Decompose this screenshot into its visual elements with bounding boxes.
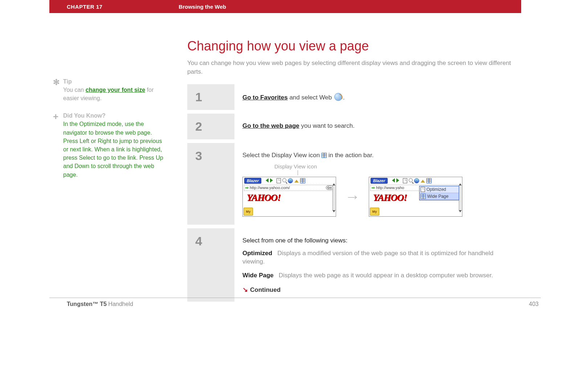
step-number: 1	[187, 84, 234, 110]
menu-item-wide-page: Wide Page	[420, 193, 459, 200]
url-prefix-icon: ⇨	[372, 185, 375, 190]
sidebar: ✻ Tip You can change your font size for …	[53, 38, 166, 305]
go-to-favorites-link[interactable]: Go to Favorites	[242, 94, 288, 101]
dyk-text: In the Optimized mode, use the navigator…	[63, 120, 166, 179]
change-font-size-link[interactable]: change your font size	[86, 87, 145, 93]
go-button: Go	[326, 185, 334, 190]
asterisk-icon: ✻	[53, 78, 63, 102]
callout-line	[298, 170, 298, 175]
chapter-header-bar: CHAPTER 17 Browsing the Web	[49, 0, 521, 13]
screenshot-row: Blazer	[242, 177, 510, 217]
scrollbar-icon	[459, 185, 462, 211]
globe-icon	[414, 178, 419, 183]
step-2: 2 Go to the web page you want to search.	[187, 114, 518, 139]
globe-icon	[288, 178, 293, 183]
step-3: 3 Select the Display View icon in the ac…	[187, 143, 518, 225]
display-view-icon	[322, 153, 327, 158]
screenshot-before: Blazer	[242, 177, 336, 217]
views-intro: Select from one of the following views:	[242, 237, 510, 244]
tip-block: ✻ Tip You can change your font size for …	[53, 78, 166, 102]
arrow-right-icon: →	[345, 188, 360, 205]
yahoo-logo: YAHOO!	[243, 191, 336, 204]
page-icon	[421, 187, 425, 192]
step-1: 1 Go to Favorites and select Web .	[187, 84, 518, 110]
back-icon	[263, 178, 269, 183]
tip-label: Tip	[63, 78, 166, 85]
page-title: Changing how you view a page	[187, 38, 518, 54]
page: CHAPTER 17 Browsing the Web ✻ Tip You ca…	[49, 0, 521, 305]
page-icon	[403, 178, 407, 183]
my-badge: My	[370, 208, 379, 216]
url-bar: ⇨ http://www.yahoo.com/ Go	[244, 185, 335, 191]
go-to-web-page-link[interactable]: Go to the web page	[242, 122, 299, 129]
display-view-icon	[421, 194, 426, 199]
page-number: 403	[529, 301, 539, 307]
display-view-menu: Optimized Wide Page	[419, 186, 459, 200]
step-number: 2	[187, 114, 234, 139]
tip-text: You can change your font size for easier…	[63, 86, 166, 102]
product-name: Tungsten™ T5 Handheld	[67, 301, 133, 307]
dyk-label: Did You Know?	[63, 113, 166, 119]
display-view-icon	[426, 178, 432, 183]
step-4: 4 Select from one of the following views…	[187, 228, 518, 302]
display-view-icon	[300, 178, 305, 183]
back-icon	[390, 178, 395, 183]
view-wide-page: Wide PageDisplays the web page as it wou…	[242, 271, 510, 280]
view-optimized: OptimizedDisplays a modified version of …	[242, 249, 510, 266]
page-icon	[277, 178, 281, 183]
did-you-know-block: + Did You Know? In the Optimized mode, u…	[53, 113, 166, 179]
find-icon	[409, 178, 413, 182]
find-icon	[282, 178, 286, 182]
forward-icon	[270, 178, 275, 183]
scrollbar-icon	[332, 185, 336, 211]
web-globe-icon	[334, 93, 342, 101]
plus-icon: +	[53, 113, 63, 179]
app-name-badge: Blazer	[244, 178, 261, 184]
chapter-title: Browsing the Web	[179, 4, 226, 10]
app-name-badge: Blazer	[371, 178, 388, 184]
url-prefix-icon: ⇨	[245, 185, 249, 190]
main-column: Changing how you view a page You can cha…	[166, 38, 521, 305]
step-number: 4	[187, 228, 234, 302]
url-text: http://www.yahoo.com/	[250, 185, 325, 190]
page-footer: Tungsten™ T5 Handheld 403	[49, 298, 541, 307]
forward-icon	[396, 178, 401, 183]
menu-item-optimized: Optimized	[420, 186, 459, 193]
step-list: 1 Go to Favorites and select Web . 2 Go …	[187, 84, 518, 302]
continued-label: Continued	[242, 286, 510, 294]
chapter-label: CHAPTER 17	[67, 4, 102, 10]
content-area: ✻ Tip You can change your font size for …	[49, 13, 521, 305]
callout-label: Display View icon	[274, 163, 510, 170]
step-number: 3	[187, 143, 234, 225]
screenshot-after: Blazer	[369, 177, 462, 217]
home-icon	[294, 177, 299, 183]
home-icon	[421, 177, 425, 183]
my-badge: My	[244, 208, 253, 216]
intro-text: You can change how you view web pages by…	[187, 59, 518, 76]
